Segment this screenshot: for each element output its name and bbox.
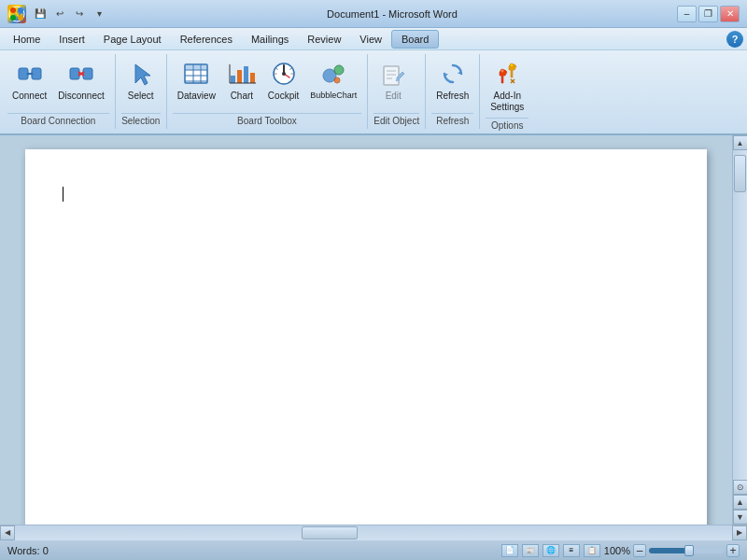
document-page[interactable] [25, 149, 707, 525]
addin-settings-label: Add-In Settings [490, 91, 524, 113]
svg-rect-24 [250, 73, 255, 83]
scroll-prev-btn[interactable]: ▲ [733, 495, 748, 510]
scroll-select-browse-btn[interactable]: ⊙ [733, 480, 748, 495]
refresh-button[interactable]: Refresh [431, 56, 473, 105]
view-fullread-btn[interactable]: 📰 [522, 544, 539, 557]
edit-button[interactable]: Edit [374, 56, 413, 105]
undo-quick-btn[interactable]: ↩ [51, 6, 68, 22]
menu-review[interactable]: Review [298, 30, 350, 49]
bubblechart-label: BubbleChart [310, 91, 357, 101]
app-icon [7, 5, 26, 23]
chart-icon [227, 59, 257, 89]
edit-object-group-label: Edit Object [374, 113, 419, 129]
menu-view[interactable]: View [350, 30, 391, 49]
svg-rect-10 [70, 68, 79, 79]
menu-mailings[interactable]: Mailings [242, 30, 298, 49]
zoom-area: 100% – + [604, 544, 740, 557]
addin-settings-button[interactable]: Add-In Settings [486, 56, 529, 116]
minimize-btn[interactable]: – [677, 6, 697, 22]
zoom-track[interactable] [649, 548, 724, 553]
save-quick-btn[interactable]: 💾 [32, 6, 49, 22]
maximize-btn[interactable]: ❐ [698, 6, 718, 22]
dataview-button[interactable]: Dataview [173, 56, 220, 105]
menu-board[interactable]: Board [391, 30, 439, 49]
menu-references[interactable]: References [171, 30, 242, 49]
qa-dropdown-btn[interactable]: ▾ [91, 6, 107, 22]
svg-point-4 [18, 15, 23, 21]
zoom-fill [649, 548, 686, 553]
scroll-thumb[interactable] [734, 155, 746, 192]
close-btn[interactable]: ✕ [720, 6, 740, 22]
h-scroll-thumb[interactable] [302, 526, 358, 539]
bubblechart-icon [318, 59, 348, 89]
window-controls: – ❐ ✕ [677, 6, 740, 22]
svg-point-9 [30, 73, 33, 76]
title-bar: 💾 ↩ ↪ ▾ Document1 - Microsoft Word – ❐ ✕ [0, 0, 747, 28]
ribbon-group-board-toolbox: Dataview Chart [167, 54, 369, 129]
options-group-label: Options [486, 118, 529, 133]
connect-label: Connect [12, 91, 47, 102]
scroll-left-btn[interactable]: ◀ [0, 525, 15, 540]
bubblechart-button[interactable]: BubbleChart [305, 56, 361, 104]
zoom-thumb[interactable] [684, 545, 694, 556]
cockpit-button[interactable]: Cockpit [263, 56, 303, 105]
vertical-scrollbar: ▲ ⊙ ▲ ▼ [732, 135, 747, 525]
zoom-level: 100% [604, 545, 630, 556]
board-toolbox-group-label: Board Toolbox [173, 113, 362, 129]
cockpit-label: Cockpit [268, 91, 299, 102]
svg-point-34 [334, 65, 344, 75]
ribbon-group-content-board-toolbox: Dataview Chart [173, 54, 362, 111]
status-bar-right: 📄 📰 🌐 ≡ 📋 100% – + [501, 544, 740, 557]
ribbon-group-content-edit-object: Edit [374, 54, 419, 111]
zoom-out-btn[interactable]: – [633, 544, 646, 557]
document-scroll-area[interactable] [0, 135, 732, 525]
chart-button[interactable]: Chart [222, 56, 261, 105]
connect-button[interactable]: Connect [7, 56, 51, 105]
menu-page-layout[interactable]: Page Layout [94, 30, 171, 49]
view-draft-btn[interactable]: 📋 [584, 544, 600, 557]
ribbon-group-selection: Select Selection [116, 54, 167, 129]
svg-point-2 [18, 7, 23, 13]
disconnect-button[interactable]: Disconnect [53, 56, 108, 105]
select-icon [126, 59, 156, 89]
view-outline-btn[interactable]: ≡ [563, 544, 580, 557]
scroll-extras: ⊙ ▲ ▼ [733, 480, 748, 525]
view-web-btn[interactable]: 🌐 [543, 544, 559, 557]
status-bar: Words: 0 📄 📰 🌐 ≡ 📋 100% – + [0, 539, 747, 560]
menu-bar: Home Insert Page Layout References Maili… [0, 28, 747, 50]
ribbon-group-content-options: Add-In Settings [486, 54, 529, 116]
view-print-btn[interactable]: 📄 [501, 544, 518, 557]
scroll-right-btn[interactable]: ▶ [732, 525, 747, 540]
selection-group-label: Selection [121, 113, 161, 129]
menu-insert[interactable]: Insert [49, 30, 94, 49]
scroll-track[interactable] [733, 150, 747, 480]
cockpit-icon [269, 59, 299, 89]
ribbon-group-content-refresh: Refresh [431, 54, 473, 111]
select-button[interactable]: Select [121, 56, 161, 105]
dataview-icon [181, 59, 211, 89]
disconnect-label: Disconnect [58, 91, 104, 102]
ribbon-group-board-connection: Connect Disconnect Board Connection [6, 54, 116, 129]
redo-quick-btn[interactable]: ↪ [71, 6, 88, 22]
menu-home[interactable]: Home [4, 30, 49, 49]
refresh-icon [438, 59, 468, 89]
svg-rect-22 [237, 70, 242, 83]
document-area: ▲ ⊙ ▲ ▼ [0, 135, 747, 525]
h-scroll-track[interactable] [15, 525, 732, 540]
horizontal-scrollbar: ◀ ▶ [0, 525, 747, 539]
svg-rect-23 [244, 66, 248, 83]
svg-point-35 [334, 77, 340, 83]
select-label: Select [128, 91, 154, 102]
refresh-group-label: Refresh [431, 113, 473, 129]
svg-point-8 [26, 73, 29, 76]
ribbon-group-edit-object: Edit Edit Object [368, 54, 426, 129]
help-btn[interactable]: ? [726, 31, 743, 48]
svg-rect-21 [231, 76, 235, 83]
board-connection-group-label: Board Connection [7, 113, 109, 129]
scroll-next-btn[interactable]: ▼ [733, 510, 748, 525]
title-bar-left: 💾 ↩ ↪ ▾ [7, 5, 107, 23]
scroll-up-btn[interactable]: ▲ [733, 135, 748, 150]
svg-rect-11 [83, 68, 92, 79]
svg-point-43 [500, 69, 504, 73]
zoom-in-btn[interactable]: + [726, 544, 740, 557]
